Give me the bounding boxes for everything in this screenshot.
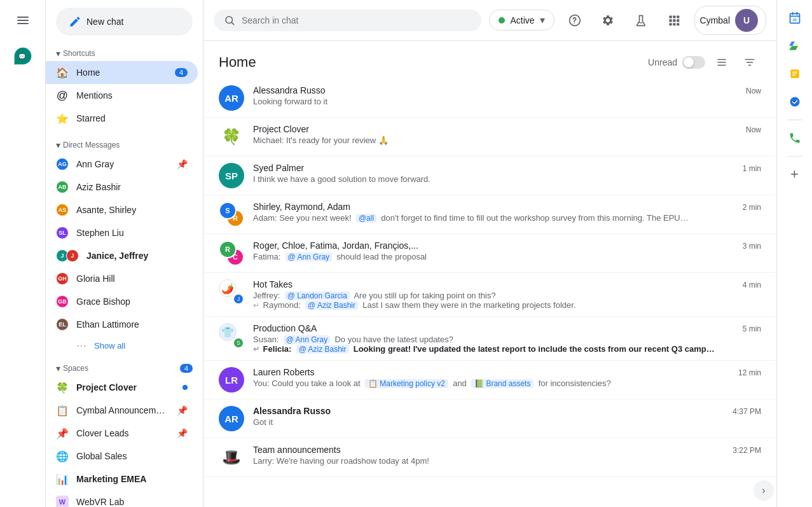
svg-text:💬: 💬	[18, 53, 25, 60]
status-button[interactable]: Active ▾	[489, 10, 554, 31]
apps-button[interactable]	[661, 8, 687, 33]
svg-rect-8	[669, 15, 671, 18]
search-bar[interactable]	[214, 10, 481, 31]
svg-rect-11	[669, 19, 671, 22]
help-button[interactable]	[562, 8, 588, 33]
sidebar-item-stephen-liu[interactable]: SL Stephen Liu	[46, 221, 198, 244]
sidebar-item-clover-leads[interactable]: 📌 Clover Leads 📌	[46, 422, 198, 445]
avatar: AS	[56, 204, 69, 216]
hamburger-menu[interactable]	[8, 5, 38, 36]
sidebar-item-janice-jeffrey[interactable]: J J Janice, Jeffrey	[46, 244, 198, 267]
sidebar-item-mentions[interactable]: @ Mentions	[46, 84, 198, 107]
chat-item[interactable]: LR Lauren Roberts 12 min You: Could you …	[203, 361, 776, 399]
chat-item[interactable]: 🎩 Team announcements 3:22 PM Larry: We'r…	[203, 438, 776, 477]
svg-rect-26	[792, 72, 797, 73]
scroll-right-button[interactable]: ›	[754, 480, 774, 501]
dm-header[interactable]: ▾ Direct Messages	[46, 135, 203, 153]
svg-rect-28	[792, 75, 795, 76]
svg-rect-14	[669, 23, 671, 25]
svg-text:31: 31	[792, 18, 797, 22]
spaces-header[interactable]: ▾ Spaces 4	[46, 358, 203, 376]
marketing-emea-icon: 📊	[56, 473, 69, 485]
chat-item[interactable]: SP Syed Palmer 1 min I think we have a g…	[203, 156, 776, 195]
project-clover-icon: 🍀	[56, 381, 69, 394]
chat-item[interactable]: AR Alessandra Russo Now Looking forward …	[203, 79, 776, 118]
chat-body: Production Q&A 5 min Susan: @ Ann Gray D…	[253, 323, 761, 354]
sidebar-item-grace-bishop[interactable]: GB Grace Bishop	[46, 290, 198, 313]
home-header: Home Unread	[203, 41, 776, 79]
chat-item[interactable]: R C Roger, Chloe, Fatima, Jordan, Françi…	[203, 234, 776, 273]
chat-item[interactable]: 👕 S Production Q&A 5 min Susan: @ Ann Gr…	[203, 317, 776, 361]
svg-rect-10	[677, 15, 679, 18]
sidebar-item-project-clover[interactable]: 🍀 Project Clover	[46, 376, 198, 399]
mentions-icon: @	[56, 89, 69, 102]
google-chat-logo[interactable]: 💬	[8, 41, 38, 71]
chat-body: Team announcements 3:22 PM Larry: We're …	[253, 445, 761, 466]
chat-body: Alessandra Russo 4:37 PM Got it	[253, 406, 761, 427]
avatar: AG	[56, 158, 69, 170]
sidebar-item-ann-gray[interactable]: AG Ann Gray 📌	[46, 153, 198, 176]
settings-button[interactable]	[595, 8, 621, 33]
panel-divider-2	[787, 156, 802, 156]
chat-body: Project Clover Now Michael: It's ready f…	[253, 124, 761, 145]
doc-link[interactable]: 📗 Brand assets	[471, 379, 533, 388]
spaces-chevron: ▾	[56, 363, 60, 373]
doc-link[interactable]: 📋 Marketing policy v2	[365, 379, 448, 388]
svg-rect-13	[677, 19, 679, 22]
chat-list: AR Alessandra Russo Now Looking forward …	[203, 79, 776, 507]
avatar: AB	[56, 181, 69, 193]
svg-rect-0	[17, 17, 29, 18]
sidebar-item-home[interactable]: 🏠 Home 4	[46, 61, 198, 84]
sidebar-content: ▾ Shortcuts 🏠 Home 4 @ Mentions ⭐ Starre…	[46, 43, 203, 507]
sidebar-item-starred[interactable]: ⭐ Starred	[46, 107, 198, 130]
phone-app-icon[interactable]	[782, 125, 808, 151]
cymbal-account-button[interactable]: Cymbal U	[694, 6, 766, 35]
filter-button[interactable]	[738, 51, 761, 74]
sidebar-item-cymbal-announcements[interactable]: 📋 Cymbal Announcements 📌	[46, 399, 198, 422]
topbar: Active ▾	[203, 0, 776, 41]
svg-rect-19	[717, 65, 726, 66]
home-area: Home Unread	[203, 41, 776, 507]
chat-item[interactable]: AR Alessandra Russo 4:37 PM Got it	[203, 399, 776, 438]
chat-item[interactable]: 🍀 Project Clover Now Michael: It's ready…	[203, 118, 776, 156]
search-icon	[224, 15, 235, 26]
svg-point-6	[574, 22, 574, 23]
main-area: Active ▾	[203, 0, 776, 507]
sidebar-item-aziz-bashir[interactable]: AB Aziz Bashir	[46, 176, 198, 198]
list-view-button[interactable]	[710, 51, 733, 74]
webvr-icon: W	[56, 496, 69, 507]
sidebar-item-webvr-lab[interactable]: W WebVR Lab	[46, 490, 198, 507]
shortcuts-chevron: ▾	[56, 48, 60, 59]
sidebar-item-gloria-hill[interactable]: GH Gloria Hill	[46, 267, 198, 290]
labs-button[interactable]	[628, 8, 654, 33]
avatar: AR	[219, 85, 244, 111]
user-avatar: U	[735, 9, 758, 32]
sidebar: New chat ▾ Shortcuts 🏠 Home 4 @ Mentions…	[46, 0, 203, 507]
calendar-app-icon[interactable]: 31	[782, 5, 808, 31]
cymbal-icon: 📋	[56, 404, 69, 417]
tasks-app-icon[interactable]	[782, 89, 808, 115]
dm-chevron: ▾	[56, 140, 60, 150]
toggle-knob	[684, 57, 694, 67]
pin-icon: 📌	[177, 405, 188, 415]
new-chat-button[interactable]: New chat	[56, 8, 193, 36]
home-icon: 🏠	[56, 66, 69, 79]
dm-show-all[interactable]: ⋯ Show all	[46, 336, 203, 356]
sidebar-item-ethan-lattimore[interactable]: EL Ethan Lattimore	[46, 313, 198, 336]
group-avatar: S R	[219, 202, 244, 227]
sidebar-item-asante-shirley[interactable]: AS Asante, Shirley	[46, 198, 198, 221]
chat-item[interactable]: S R Shirley, Raymond, Adam 2 min Adam: S…	[203, 195, 776, 234]
keep-app-icon[interactable]	[782, 61, 808, 87]
unread-toggle[interactable]	[682, 56, 705, 69]
chat-body: Shirley, Raymond, Adam 2 min Adam: See y…	[253, 202, 761, 223]
chat-item[interactable]: 🌶️ J Hot Takes 4 min Jeffrey: @ Landon G…	[203, 273, 776, 317]
add-app-button[interactable]: +	[782, 162, 808, 187]
drive-app-icon[interactable]	[782, 33, 808, 59]
sidebar-item-global-sales[interactable]: 🌐 Global Sales	[46, 445, 198, 468]
search-input[interactable]	[242, 15, 471, 25]
reply-arrow-icon: ↵	[253, 301, 259, 310]
shortcuts-header[interactable]: ▾ Shortcuts	[46, 43, 203, 61]
sidebar-item-marketing-emea[interactable]: 📊 Marketing EMEA	[46, 468, 198, 490]
space-avatar: 🎩	[219, 445, 244, 470]
space-group-avatar: 🌶️ J	[219, 279, 244, 305]
